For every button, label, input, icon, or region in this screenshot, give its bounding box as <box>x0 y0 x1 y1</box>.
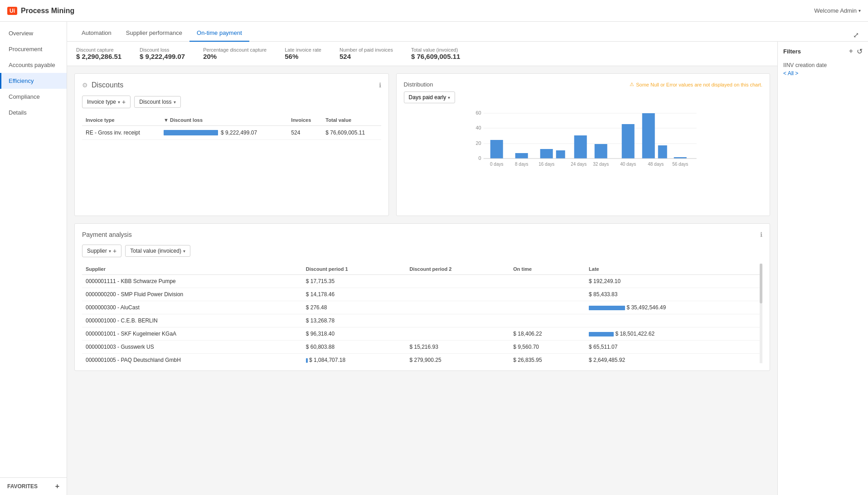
dp2-value <box>406 314 510 327</box>
discounts-info-icon[interactable]: ℹ <box>379 82 381 89</box>
col-supplier: Supplier <box>82 264 302 275</box>
filter-item-iinv: IINV creation date < All > <box>783 62 863 77</box>
sidebar-item-accounts-payable[interactable]: Accounts payable <box>0 57 67 73</box>
dp1-value: $ 17,715.35 <box>302 275 406 288</box>
scrollbar-thumb[interactable] <box>760 264 762 303</box>
bar-24days <box>574 135 587 159</box>
logo-ui-icon: Ui <box>7 7 17 15</box>
chart-area: 0 20 40 60 <box>404 109 762 208</box>
discounts-title-text: Discounts <box>92 81 123 89</box>
gear-icon: ⚙ <box>82 82 88 89</box>
invoice-type-filter-btn[interactable]: Invoice type ▾ + <box>82 96 131 108</box>
kpi-late-invoice-rate: Late invoice rate 56% <box>285 47 321 60</box>
total-value-filter-btn[interactable]: Total value (invoiced) ▾ <box>125 245 190 257</box>
dp2-value <box>406 327 510 341</box>
expand-icon[interactable]: ⤢ <box>851 29 861 41</box>
supplier-plus-icon[interactable]: + <box>113 247 116 255</box>
kpi-discount-loss-label: Discount loss <box>140 47 185 53</box>
kpi-total-value: Total value (invoiced) $ 76,609,005.11 <box>411 47 460 60</box>
on-time-value <box>509 288 585 301</box>
sidebar-item-details[interactable]: Details <box>0 105 67 120</box>
dp1-value: $ 60,803.88 <box>302 341 406 354</box>
dp1-value: $ 276.48 <box>302 301 406 314</box>
table-row: 0000001001 - SKF Kugelmeier KGaA $ 96,31… <box>82 327 762 341</box>
dp1-value: $ 14,178.46 <box>302 288 406 301</box>
discounts-filter-row: Invoice type ▾ + Discount loss ▾ <box>82 96 381 108</box>
sidebar-item-compliance[interactable]: Compliance <box>0 89 67 105</box>
scrollbar-track <box>760 264 762 363</box>
dp2-value <box>406 288 510 301</box>
table-row: 0000001000 - C.E.B. BERLIN $ 13,268.78 <box>82 314 762 327</box>
days-paid-label: Days paid early <box>409 94 446 101</box>
dp2-value: $ 15,216.93 <box>406 341 510 354</box>
invoice-type-chevron-icon: ▾ <box>118 100 120 105</box>
payment-info-icon[interactable]: ℹ <box>760 231 762 238</box>
welcome-area[interactable]: Welcome Admin ▾ <box>814 7 861 14</box>
payment-filter-row: Supplier ▾ + Total value (invoiced) ▾ <box>82 245 762 257</box>
late-value: $ 85,433.83 <box>585 288 762 301</box>
kpi-late-invoice-label: Late invoice rate <box>285 47 321 53</box>
sidebar-item-efficiency[interactable]: Efficiency <box>0 73 67 89</box>
discount-loss-chevron-icon: ▾ <box>174 100 176 105</box>
welcome-text: Welcome Admin <box>814 7 857 14</box>
supplier-name: 0000000200 - SMP Fluid Power Division <box>82 288 302 301</box>
kpi-num-paid-invoices: Number of paid invoices 524 <box>339 47 393 60</box>
distribution-section: Distribution ⚠ Some Null or Error values… <box>396 73 770 216</box>
filters-title: Filters <box>783 48 801 55</box>
late-value: $ 18,501,422.62 <box>585 327 762 341</box>
late-value: $ 35,492,546.49 <box>585 301 762 314</box>
supplier-name: 0000000300 - AluCast <box>82 301 302 314</box>
filters-refresh-icon[interactable]: ↺ <box>857 47 863 56</box>
distribution-title: Distribution <box>404 81 433 88</box>
col-invoice-type: Invoice type <box>82 115 160 126</box>
bar-chart-svg: 0 20 40 60 <box>404 109 762 208</box>
sidebar-item-overview[interactable]: Overview <box>0 25 67 41</box>
bar-4days <box>515 153 528 159</box>
cell-invoices: 524 <box>287 126 322 140</box>
dp2-value <box>406 301 510 314</box>
col-discount-loss: ▼ Discount loss <box>160 115 287 126</box>
top-header: Ui Process Mining Welcome Admin ▾ <box>0 0 868 22</box>
bar-16days <box>540 149 553 159</box>
favorites-plus-icon[interactable]: + <box>55 482 59 490</box>
col-on-time: On time <box>509 264 585 275</box>
svg-text:40 days: 40 days <box>620 162 636 167</box>
content-body: ⚙ Discounts ℹ Invoice type ▾ + <box>67 66 777 378</box>
svg-text:0: 0 <box>478 155 481 161</box>
col-total-value: Total value <box>322 115 381 126</box>
warning-text: Some Null or Error values are not displa… <box>636 82 762 87</box>
kpi-discount-capture-label: Discount capture <box>76 47 121 53</box>
days-paid-early-dropdown[interactable]: Days paid early ▾ <box>404 91 456 103</box>
filters-add-icon[interactable]: + <box>849 47 853 56</box>
tab-on-time-payment[interactable]: On-time payment <box>189 25 249 42</box>
payment-table: Supplier Discount period 1 Discount peri… <box>82 264 762 363</box>
days-dropdown-chevron-icon: ▾ <box>448 95 450 100</box>
kpi-bar: Discount capture $ 2,290,286.51 Discount… <box>67 42 777 66</box>
kpi-discount-loss-value: $ 9,222,499.07 <box>140 53 185 60</box>
total-value-chevron-icon: ▾ <box>183 249 185 254</box>
supplier-name: 0000001005 - PAQ Deutschland GmbH <box>82 354 302 364</box>
discount-loss-filter-btn[interactable]: Discount loss ▾ <box>134 96 180 108</box>
main-layout: Overview Procurement Accounts payable Ef… <box>0 22 868 495</box>
svg-text:32 days: 32 days <box>593 162 609 167</box>
table-row: RE - Gross inv. receipt $ 9,222,499.07 5… <box>82 126 381 140</box>
sidebar-item-procurement[interactable]: Procurement <box>0 41 67 57</box>
filter-iinv-value[interactable]: < All > <box>783 70 863 77</box>
discount-loss-label: Discount loss <box>139 99 171 105</box>
tab-supplier-performance[interactable]: Supplier performance <box>119 25 189 42</box>
svg-text:56 days: 56 days <box>672 162 688 167</box>
discounts-title: ⚙ Discounts ℹ <box>82 81 381 89</box>
invoice-type-plus-icon[interactable]: + <box>122 98 126 106</box>
payment-header: Payment analysis ℹ <box>82 231 762 238</box>
main-panel: Discount capture $ 2,290,286.51 Discount… <box>67 42 777 495</box>
supplier-filter-btn[interactable]: Supplier ▾ + <box>82 245 121 257</box>
bar-32days <box>594 144 607 159</box>
tab-automation[interactable]: Automation <box>74 25 119 42</box>
section-row-1: ⚙ Discounts ℹ Invoice type ▾ + <box>74 73 770 216</box>
filters-actions: + ↺ <box>849 47 863 56</box>
kpi-discount-capture: Discount capture $ 2,290,286.51 <box>76 47 121 60</box>
cell-invoice-type: RE - Gross inv. receipt <box>82 126 160 140</box>
filters-header: Filters + ↺ <box>783 47 863 56</box>
col-late: Late <box>585 264 762 275</box>
content-area: Automation Supplier performance On-time … <box>67 22 868 495</box>
